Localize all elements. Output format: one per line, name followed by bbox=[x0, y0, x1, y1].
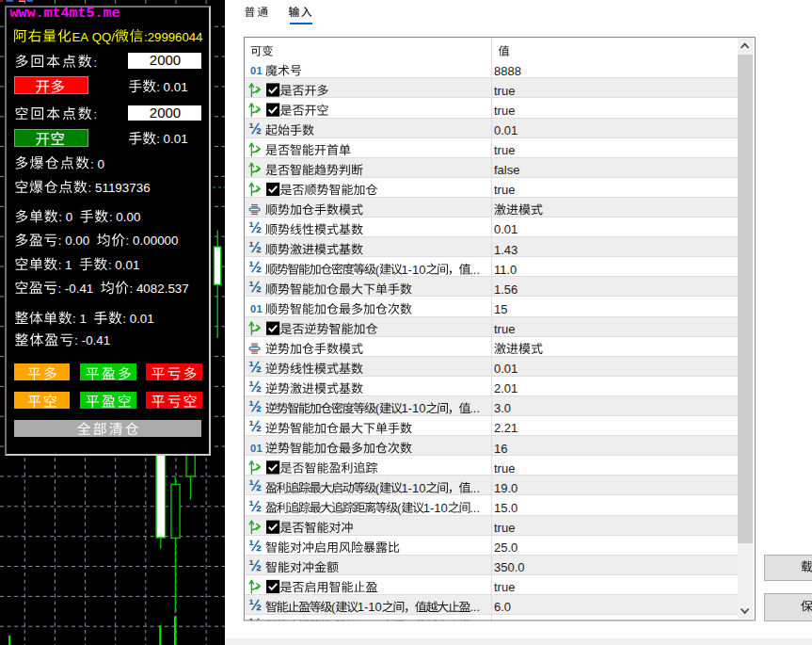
svg-text:1-10: 1-10 bbox=[423, 501, 448, 515]
svg-text:½: ½ bbox=[248, 537, 262, 554]
svg-text:0.01: 0.01 bbox=[494, 123, 517, 137]
svg-text:6.0: 6.0 bbox=[494, 600, 511, 614]
svg-text::: : bbox=[72, 312, 76, 326]
svg-text::: : bbox=[94, 56, 98, 70]
svg-text:(: ( bbox=[375, 401, 380, 415]
svg-text:½: ½ bbox=[248, 556, 262, 573]
svg-text::: : bbox=[57, 282, 61, 296]
svg-text:0.00: 0.00 bbox=[65, 234, 89, 248]
svg-text::: : bbox=[130, 282, 134, 296]
svg-text::: : bbox=[88, 181, 92, 195]
svg-text:0.01: 0.01 bbox=[164, 80, 188, 94]
svg-text::: : bbox=[90, 157, 94, 171]
svg-text:true: true bbox=[494, 580, 515, 594]
svg-text:15.0: 15.0 bbox=[494, 501, 517, 515]
svg-text:true: true bbox=[494, 183, 515, 197]
svg-text:...: ... bbox=[470, 263, 480, 277]
svg-text:1-10: 1-10 bbox=[401, 263, 425, 277]
svg-text:2000: 2000 bbox=[150, 105, 181, 121]
svg-text:3.0: 3.0 bbox=[494, 401, 511, 415]
svg-text:16: 16 bbox=[494, 442, 507, 456]
svg-text::: : bbox=[156, 80, 160, 94]
svg-text::: : bbox=[58, 258, 62, 272]
svg-text:-0.41: -0.41 bbox=[82, 333, 111, 347]
svg-text::: : bbox=[58, 210, 62, 224]
svg-text:1-10: 1-10 bbox=[401, 401, 425, 415]
svg-text:51193736: 51193736 bbox=[95, 181, 151, 195]
svg-text::: : bbox=[94, 108, 98, 121]
svg-text:2.01: 2.01 bbox=[494, 381, 517, 395]
svg-text:½: ½ bbox=[248, 258, 262, 275]
svg-text:1: 1 bbox=[80, 312, 87, 326]
svg-text:false: false bbox=[494, 163, 519, 177]
svg-text:½: ½ bbox=[248, 358, 262, 375]
svg-text:true: true bbox=[494, 143, 515, 157]
svg-text:½: ½ bbox=[248, 120, 262, 137]
svg-text:(: ( bbox=[375, 263, 380, 277]
svg-text:QQ/: QQ/ bbox=[92, 30, 116, 44]
svg-text:...: ... bbox=[470, 501, 480, 515]
svg-text:true: true bbox=[494, 521, 515, 535]
svg-text:11.0: 11.0 bbox=[494, 263, 517, 277]
svg-text:½: ½ bbox=[248, 417, 262, 434]
svg-text::: : bbox=[126, 234, 130, 248]
svg-text:true: true bbox=[494, 461, 515, 476]
svg-text:1.56: 1.56 bbox=[494, 282, 517, 297]
svg-text:01: 01 bbox=[250, 443, 263, 454]
svg-text:(: ( bbox=[331, 600, 336, 614]
svg-text:½: ½ bbox=[248, 476, 262, 493]
svg-text::: : bbox=[156, 132, 160, 146]
svg-text:350.0: 350.0 bbox=[494, 560, 525, 574]
svg-text:½: ½ bbox=[248, 218, 262, 235]
svg-text::: : bbox=[108, 258, 112, 272]
svg-text:15: 15 bbox=[494, 302, 507, 316]
svg-text:0.00: 0.00 bbox=[116, 210, 140, 224]
svg-text:½: ½ bbox=[248, 497, 262, 514]
svg-text:01: 01 bbox=[250, 303, 263, 314]
svg-text:0: 0 bbox=[98, 157, 104, 171]
svg-text:...: ... bbox=[470, 401, 480, 415]
svg-text:1-10: 1-10 bbox=[401, 481, 425, 495]
svg-text:1.43: 1.43 bbox=[494, 243, 517, 257]
svg-text:0: 0 bbox=[66, 210, 72, 224]
svg-text::: : bbox=[122, 312, 126, 326]
svg-text:½: ½ bbox=[248, 238, 262, 255]
svg-text:1-10: 1-10 bbox=[358, 600, 382, 614]
svg-text:true: true bbox=[494, 84, 515, 98]
svg-text:0.00000: 0.00000 bbox=[133, 234, 178, 248]
svg-text:0.01: 0.01 bbox=[115, 258, 139, 272]
svg-text:www.mt4mt5.me: www.mt4mt5.me bbox=[10, 6, 120, 22]
svg-text:½: ½ bbox=[248, 378, 262, 395]
svg-text:(: ( bbox=[375, 481, 380, 495]
svg-text:true: true bbox=[494, 322, 515, 336]
svg-text:0.01: 0.01 bbox=[130, 312, 154, 326]
svg-text:19.0: 19.0 bbox=[494, 481, 517, 495]
svg-text::: : bbox=[109, 210, 113, 224]
svg-text::29996044: :29996044 bbox=[144, 30, 202, 44]
svg-text:-0.41: -0.41 bbox=[65, 282, 94, 296]
svg-text:EA: EA bbox=[72, 30, 88, 44]
svg-text:8888: 8888 bbox=[494, 64, 521, 78]
svg-text:25.0: 25.0 bbox=[494, 540, 517, 555]
svg-text:½: ½ bbox=[248, 397, 262, 414]
svg-text:4082.537: 4082.537 bbox=[136, 282, 189, 296]
svg-text:½: ½ bbox=[248, 596, 262, 613]
svg-text:0.01: 0.01 bbox=[494, 362, 517, 376]
svg-text:0.01: 0.01 bbox=[164, 132, 188, 146]
svg-text:(: ( bbox=[397, 501, 402, 515]
svg-text:0.01: 0.01 bbox=[494, 222, 517, 236]
svg-text:1: 1 bbox=[65, 258, 72, 272]
svg-text:...: ... bbox=[470, 600, 480, 614]
svg-text:...: ... bbox=[470, 481, 480, 495]
svg-text:01: 01 bbox=[250, 65, 263, 76]
svg-text:2.21: 2.21 bbox=[494, 421, 517, 435]
svg-text::: : bbox=[58, 234, 62, 248]
svg-text:2000: 2000 bbox=[150, 52, 181, 68]
svg-text::: : bbox=[74, 333, 78, 347]
svg-text:true: true bbox=[494, 104, 515, 118]
svg-text:½: ½ bbox=[248, 278, 262, 295]
